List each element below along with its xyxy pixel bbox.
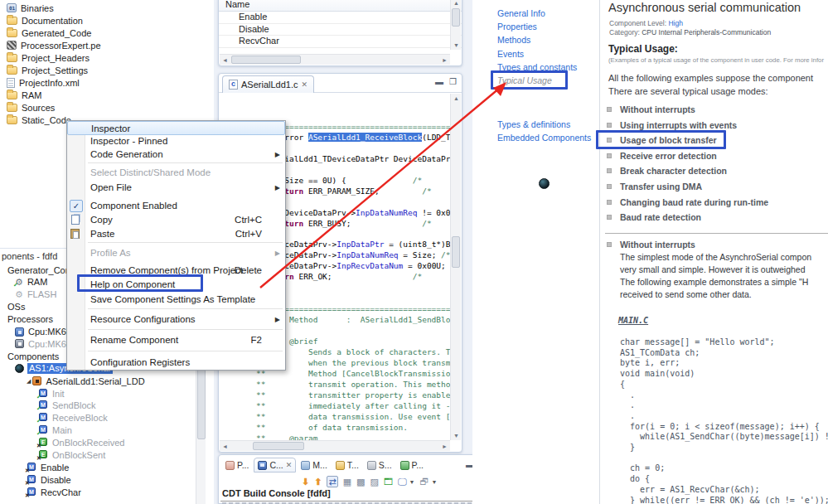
scroll-lock-icon[interactable]: ⇄ (327, 476, 337, 487)
pin-console-icon[interactable]: ▩ (356, 477, 365, 487)
menu-item-inspector-pinned[interactable]: Inspector - Pinned (67, 134, 285, 148)
console-tab-console[interactable]: C...✕ (254, 458, 296, 472)
editor-hscrollbar[interactable]: ◄ ► (220, 440, 450, 451)
console-tab-tasks[interactable]: T... (332, 458, 362, 472)
close-icon[interactable]: ✕ (286, 461, 293, 469)
usage-mode-receive-error-detection[interactable]: Receive error detection (620, 151, 717, 161)
remove-console-icon[interactable]: ▨ (370, 477, 378, 487)
intro-line-2: There are several typical usage modes: (608, 86, 768, 96)
menu-item-copy[interactable]: CopyCtrl+C (67, 213, 285, 226)
submenu-arrow-icon: ▶ (275, 184, 280, 191)
menu-item-code-generation[interactable]: Code Generation▶ (67, 148, 285, 161)
expander-icon[interactable]: ◢ (27, 378, 31, 385)
menu-item-open-file[interactable]: Open File▶ (67, 181, 285, 194)
submenu-arrow-icon: ▶ (275, 151, 280, 158)
component-item-receiveblock[interactable]: M✓ReceiveBlock (38, 412, 108, 424)
usage-mode-break-character-detection[interactable]: Break character detection (620, 166, 727, 176)
scrollbar-thumb[interactable] (452, 236, 460, 268)
help-link-types-definitions[interactable]: Types & definitions (497, 119, 591, 129)
component-item-components[interactable]: Components (3, 350, 59, 362)
tree-item-binaries[interactable]: Binaries (0, 2, 214, 14)
menu-item-inspector[interactable]: Inspector (67, 121, 285, 135)
usage-mode-without-interrupts[interactable]: Without interrupts (620, 104, 695, 114)
menu-item-profile-as[interactable]: Profile As▶ (67, 246, 285, 259)
menu-item-save-component-settings-as-template[interactable]: Save Component Settings As Template (67, 293, 285, 306)
scroll-up-arrow-icon[interactable]: ⬆ (314, 477, 322, 487)
component-item-label: RAM (27, 277, 47, 287)
chevron-down-icon[interactable]: ▼ (409, 479, 414, 485)
component-item-onblocksent[interactable]: E✕OnBlockSent (38, 449, 105, 462)
component-item-processors[interactable]: Processors (3, 313, 53, 326)
menu-item-select-distinct-shared-mode[interactable]: Select Distinct/Shared Mode (67, 166, 285, 179)
tree-item-documentation[interactable]: Documentation (0, 14, 214, 27)
methods-row-recvchar[interactable]: RecvChar (219, 36, 462, 48)
tree-item-project-headers[interactable]: Project_Headers (0, 51, 214, 64)
menu-separator (88, 242, 283, 243)
component-item-recvchar[interactable]: M✕RecvChar (27, 486, 81, 498)
usage-mode-transfer-using-dma[interactable]: Transfer using DMA (620, 182, 702, 191)
scroll-right-icon[interactable]: ► (442, 443, 448, 449)
methods-row-enable[interactable]: Enable (219, 12, 462, 24)
xml-file-icon (7, 78, 15, 88)
clear-console-icon[interactable]: ▦ (343, 477, 351, 487)
console-tab-search[interactable]: S... (364, 458, 395, 472)
new-console-icon[interactable]: 🗗 (419, 477, 429, 487)
scroll-left-icon[interactable]: ◄ (222, 57, 228, 63)
open-console-icon[interactable]: 🗔 (384, 477, 393, 487)
maximize-icon[interactable]: ❐ (449, 77, 457, 86)
scroll-down-icon[interactable]: ▼ (453, 433, 459, 439)
scroll-up-icon[interactable]: ▲ (453, 0, 459, 6)
help-link-events[interactable]: Events (497, 49, 577, 59)
menu-item-paste[interactable]: PasteCtrl+V (67, 227, 285, 240)
usage-mode-baud-rate-detection[interactable]: Baud rate detection (620, 212, 701, 222)
console-tab-problems[interactable]: P... (222, 458, 252, 472)
scrollbar-thumb[interactable] (231, 56, 301, 64)
scrollbar-thumb[interactable] (452, 8, 460, 27)
editor-vscrollbar[interactable]: ▲ ▼ (450, 94, 461, 440)
scrollbar-thumb[interactable] (253, 442, 304, 450)
component-item-disable[interactable]: M✕Disable (27, 473, 71, 486)
usage-mode-changing-baud-rate-during-run-time[interactable]: Changing baud rate during run-time (620, 197, 768, 207)
scroll-up-icon[interactable]: ▲ (453, 95, 459, 101)
menu-item-component-enabled[interactable]: ✓Component Enabled (67, 199, 285, 212)
help-link-methods[interactable]: Methods (497, 35, 577, 45)
component-item-enable[interactable]: M✕Enable (27, 461, 69, 473)
chevron-down-icon[interactable]: ▼ (431, 479, 437, 485)
close-icon[interactable]: ✕ (302, 80, 308, 89)
component-item-init[interactable]: M✓Init (38, 387, 65, 400)
component-item-ram[interactable]: RAM (15, 276, 47, 288)
scroll-left-icon[interactable]: ◄ (222, 443, 228, 449)
help-link-general-info[interactable]: General Info (497, 8, 577, 18)
component-item-flash[interactable]: FLASH (15, 288, 56, 301)
tree-item-sources[interactable]: Sources (0, 102, 214, 114)
methods-row-disable[interactable]: Disable (219, 24, 462, 36)
component-item-oss[interactable]: OSs (3, 301, 25, 313)
console-tab-progress[interactable]: P... (397, 458, 427, 472)
component-item-main[interactable]: M✓Main (38, 424, 72, 437)
menu-item-rename-component[interactable]: Rename ComponentF2 (67, 333, 285, 346)
scroll-down-icon[interactable]: ▼ (453, 42, 459, 48)
component-item-aserialldd1-serial-ldd[interactable]: ◢ASerialLdd1:Serial_LDD (27, 375, 145, 387)
help-link-properties[interactable]: Properties (497, 22, 577, 32)
component-item-sendblock[interactable]: M✓SendBlock (38, 400, 96, 412)
display-console-icon[interactable]: 🖵 (398, 477, 407, 487)
component-item-onblockreceived[interactable]: E✕OnBlockReceived (38, 437, 124, 449)
methods-vscrollbar[interactable]: ▲ ▼ (450, 0, 461, 50)
editor-tab-aserialldd1[interactable]: ASerialLdd1.c ✕ (222, 75, 314, 93)
help-link-embedded-components[interactable]: Embedded Components (497, 133, 591, 143)
scroll-right-icon[interactable]: ► (442, 57, 448, 63)
tree-item-processorexpert-pe[interactable]: ProcessorExpert.pe (0, 39, 214, 51)
tree-item-projectinfo-xml[interactable]: ProjectInfo.xml (0, 77, 214, 90)
main-c-link[interactable]: MAIN.C (618, 316, 648, 325)
methods-hscrollbar[interactable]: ◄ ► (220, 54, 450, 65)
minimize-icon[interactable]: ▬ (435, 77, 443, 86)
tree-item-generated-code[interactable]: Generated_Code (0, 27, 214, 39)
project-tree: BinariesDocumentationGenerated_CodeProce… (0, 2, 214, 127)
tree-item-project-settings[interactable]: Project_Settings (0, 64, 214, 76)
tree-item-ram[interactable]: RAM (0, 90, 214, 102)
scroll-down-arrow-icon[interactable]: ⬇ (302, 477, 309, 487)
usage-mode-using-interrupts-with-events[interactable]: Using interrupts with events (620, 120, 737, 130)
console-tab-memory[interactable]: M... (298, 458, 331, 472)
menu-item-configuration-registers[interactable]: Configuration Registers (67, 356, 285, 369)
menu-item-resource-configurations[interactable]: Resource Configurations▶ (67, 313, 285, 326)
